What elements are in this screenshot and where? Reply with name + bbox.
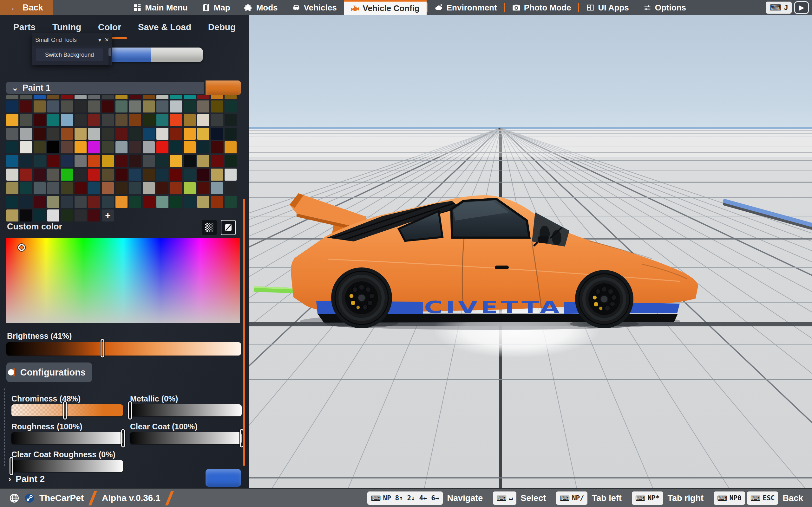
palette-swatch[interactable] (88, 182, 100, 194)
paint1-header[interactable]: ⌄ Paint 1 (6, 82, 204, 94)
menu-item-map[interactable]: Map (195, 0, 237, 15)
menu-item-photo-mode[interactable]: Photo Mode (505, 0, 578, 15)
palette-swatch[interactable] (34, 95, 46, 99)
configurations-button[interactable]: Configurations (6, 362, 92, 382)
roughness-slider[interactable] (11, 432, 123, 444)
palette-swatch[interactable] (115, 196, 128, 208)
palette-swatch[interactable] (88, 141, 100, 153)
palette-swatch[interactable] (170, 196, 182, 208)
palette-swatch[interactable] (47, 182, 59, 194)
palette-swatch[interactable] (47, 169, 59, 181)
palette-swatch[interactable] (143, 196, 155, 208)
palette-swatch[interactable] (197, 141, 209, 153)
palette-swatch[interactable] (88, 169, 100, 181)
palette-swatch[interactable] (6, 169, 18, 181)
palette-swatch[interactable] (88, 128, 100, 140)
palette-swatch[interactable] (129, 169, 141, 181)
palette-swatch[interactable] (88, 101, 100, 112)
palette-swatch[interactable] (224, 196, 237, 208)
palette-swatch[interactable] (61, 196, 73, 208)
menu-item-options[interactable]: Options (636, 0, 693, 15)
palette-swatch[interactable] (115, 182, 128, 194)
palette-swatch[interactable] (61, 141, 73, 153)
palette-swatch[interactable] (143, 101, 155, 112)
palette-swatch[interactable] (47, 128, 59, 140)
palette-swatch[interactable] (61, 210, 73, 222)
clear-coat-slider[interactable] (130, 432, 242, 444)
hue-saturation-field[interactable] (6, 238, 240, 323)
palette-swatch[interactable] (47, 141, 59, 153)
palette-swatch[interactable] (129, 101, 141, 112)
palette-swatch[interactable] (20, 128, 32, 140)
palette-swatch[interactable] (102, 155, 114, 167)
palette-swatch[interactable] (74, 155, 87, 167)
palette-swatch[interactable] (47, 210, 59, 222)
palette-swatch[interactable] (115, 128, 128, 140)
palette-swatch[interactable] (102, 101, 114, 112)
palette-swatch[interactable] (102, 95, 114, 99)
palette-swatch[interactable] (74, 128, 87, 140)
palette-swatch[interactable] (170, 101, 182, 112)
palette-swatch[interactable] (20, 141, 32, 153)
palette-swatch[interactable] (156, 95, 168, 99)
clear-coat-roughness-slider-thumb[interactable] (9, 457, 13, 475)
palette-swatch[interactable] (102, 128, 114, 140)
palette-swatch[interactable] (115, 114, 128, 126)
palette-swatch[interactable] (74, 196, 87, 208)
palette-swatch[interactable] (61, 128, 73, 140)
palette-swatch[interactable] (20, 114, 32, 126)
palette-swatch[interactable] (88, 95, 100, 99)
palette-swatch[interactable] (74, 95, 87, 99)
panel-scrollbar[interactable] (243, 199, 245, 466)
palette-swatch[interactable] (20, 210, 32, 222)
palette-swatch[interactable] (224, 128, 237, 140)
palette-swatch[interactable] (61, 114, 73, 126)
palette-swatch[interactable] (129, 128, 141, 140)
palette-swatch[interactable] (224, 101, 237, 112)
palette-swatch[interactable] (74, 101, 87, 112)
palette-swatch[interactable] (143, 155, 155, 167)
palette-swatch[interactable] (170, 114, 182, 126)
palette-swatch[interactable] (197, 95, 209, 99)
palette-swatch[interactable] (184, 141, 196, 153)
palette-swatch[interactable] (61, 155, 73, 167)
palette-swatch[interactable] (115, 141, 128, 153)
palette-swatch[interactable] (88, 196, 100, 208)
roughness-slider-thumb[interactable] (121, 429, 125, 447)
palette-swatch[interactable] (6, 114, 18, 126)
palette-swatch[interactable] (197, 101, 209, 112)
palette-swatch[interactable] (156, 114, 168, 126)
palette-swatch[interactable] (143, 182, 155, 194)
palette-swatch[interactable] (129, 95, 141, 99)
palette-swatch[interactable] (184, 182, 196, 194)
palette-swatch[interactable] (211, 169, 223, 181)
palette-swatch[interactable] (211, 182, 223, 194)
paint2-header[interactable]: › Paint 2 (8, 474, 45, 484)
palette-swatch[interactable] (102, 182, 114, 194)
palette-swatch[interactable] (170, 182, 182, 194)
palette-swatch[interactable] (184, 196, 196, 208)
palette-swatch[interactable] (115, 95, 128, 99)
palette-swatch[interactable] (197, 128, 209, 140)
palette-swatch[interactable] (74, 182, 87, 194)
palette-swatch[interactable] (34, 141, 46, 153)
palette-swatch[interactable] (143, 169, 155, 181)
menu-item-vehicles[interactable]: Vehicles (285, 0, 344, 15)
palette-swatch[interactable] (143, 95, 155, 99)
palette-swatch[interactable] (47, 95, 59, 99)
palette-swatch[interactable] (102, 114, 114, 126)
palette-swatch[interactable] (6, 182, 18, 194)
palette-swatch[interactable] (20, 101, 32, 112)
chrominess-slider[interactable] (11, 404, 123, 416)
palette-swatch[interactable] (34, 182, 46, 194)
palette-swatch[interactable] (129, 182, 141, 194)
palette-swatch[interactable] (115, 155, 128, 167)
keyboard-device-badge[interactable]: ⌨ J (766, 2, 792, 14)
brightness-slider[interactable] (6, 342, 241, 355)
popup-collapse-icon[interactable]: ▼ (97, 38, 102, 43)
palette-swatch[interactable] (129, 196, 141, 208)
color-field-cursor[interactable] (18, 244, 25, 251)
palette-swatch[interactable] (61, 169, 73, 181)
palette-swatch[interactable] (6, 155, 18, 167)
palette-swatch[interactable] (197, 182, 209, 194)
